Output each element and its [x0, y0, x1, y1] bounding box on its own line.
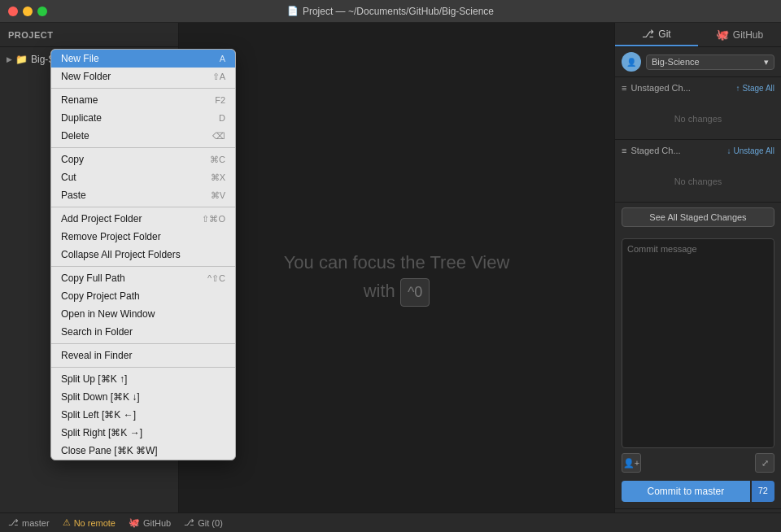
- staged-section: ≡ Staged Ch... ↓ Unstage All No changes: [615, 140, 781, 203]
- unstaged-no-changes: No changes: [615, 98, 781, 139]
- separator-5: [51, 343, 235, 344]
- menu-item-split-left[interactable]: Split Left [⌘K ←]: [51, 406, 235, 424]
- titlebar: 📄 Project — ~/Documents/GitHub/Big-Scien…: [0, 0, 781, 23]
- menu-item-copy-full-path[interactable]: Copy Full Path ^⇧C: [51, 269, 235, 287]
- commit-button-row: Commit to master 72: [622, 481, 774, 502]
- menu-item-paste[interactable]: Paste ⌘V: [51, 186, 235, 204]
- menu-item-reveal-finder[interactable]: Reveal in Finder: [51, 347, 235, 364]
- copy-project-path-label: Copy Project Path: [61, 290, 140, 302]
- window-title: 📄 Project — ~/Documents/GitHub/Big-Scien…: [287, 6, 494, 17]
- menu-item-collapse-all[interactable]: Collapse All Project Folders: [51, 246, 235, 264]
- chevron-icon: ▶: [7, 55, 12, 63]
- cut-label: Cut: [61, 172, 76, 183]
- github-status-icon: 🐙: [129, 517, 140, 528]
- menu-item-rename[interactable]: Rename F2: [51, 91, 235, 109]
- separator-2: [51, 147, 235, 148]
- new-folder-label: New Folder: [61, 71, 111, 82]
- keyboard-shortcut-badge: ^0: [400, 278, 430, 307]
- staged-header: ≡ Staged Ch... ↓ Unstage All: [615, 140, 781, 161]
- tab-github[interactable]: 🐙 GitHub: [698, 23, 781, 46]
- menu-item-split-right[interactable]: Split Right [⌘K →]: [51, 424, 235, 442]
- close-button[interactable]: [8, 7, 18, 16]
- menu-item-cut[interactable]: Cut ⌘X: [51, 168, 235, 186]
- git-tabs: ⎇ Git 🐙 GitHub: [615, 23, 781, 47]
- minimize-button[interactable]: [23, 7, 33, 16]
- tab-git[interactable]: ⎇ Git: [615, 23, 698, 46]
- menu-item-split-up[interactable]: Split Up [⌘K ↑]: [51, 370, 235, 388]
- new-file-label: New File: [61, 53, 99, 64]
- menu-item-new-file[interactable]: New File A: [51, 50, 235, 68]
- open-new-window-label: Open in New Window: [61, 308, 155, 320]
- copy-full-path-label: Copy Full Path: [61, 273, 125, 284]
- expand-commit-button[interactable]: ⤢: [755, 453, 774, 473]
- add-co-author-button[interactable]: 👤+: [622, 453, 641, 473]
- rename-label: Rename: [61, 94, 98, 106]
- status-git[interactable]: ⎇ Git (0): [184, 517, 223, 528]
- commit-message-input[interactable]: [622, 238, 774, 448]
- status-github[interactable]: 🐙 GitHub: [129, 517, 171, 528]
- sidebar-header: Project: [0, 23, 178, 47]
- see-staged-button[interactable]: See All Staged Changes: [622, 207, 774, 227]
- placeholder-text: You can focus the Tree View with ^0: [284, 248, 510, 307]
- duplicate-shortcut: D: [219, 113, 225, 123]
- context-menu: New File A New Folder ⇧A Rename F2 Dupli…: [50, 49, 236, 460]
- separator-3: [51, 207, 235, 207]
- cut-shortcut: ⌘X: [211, 172, 225, 183]
- menu-item-split-down[interactable]: Split Down [⌘K ↓]: [51, 388, 235, 406]
- paste-shortcut: ⌘V: [211, 190, 225, 201]
- avatar: 👤: [622, 52, 641, 72]
- collapse-all-label: Collapse All Project Folders: [61, 249, 181, 260]
- split-right-label: Split Right [⌘K →]: [61, 427, 142, 438]
- menu-item-delete[interactable]: Delete ⌫: [51, 127, 235, 145]
- chevron-down-icon: ▾: [764, 57, 769, 68]
- search-folder-label: Search in Folder: [61, 326, 133, 338]
- rename-shortcut: F2: [215, 95, 225, 105]
- git-status-icon: ⎇: [184, 517, 194, 528]
- new-file-shortcut: A: [220, 54, 225, 63]
- menu-item-copy-project-path[interactable]: Copy Project Path: [51, 287, 235, 305]
- commit-actions: 👤+ ⤢: [622, 453, 774, 473]
- unstage-all-icon: ↓: [726, 146, 731, 155]
- maximize-button[interactable]: [37, 7, 47, 16]
- copy-shortcut: ⌘C: [210, 155, 225, 165]
- document-icon: 📄: [287, 6, 299, 16]
- new-folder-shortcut: ⇧A: [212, 72, 225, 82]
- reveal-finder-label: Reveal in Finder: [61, 350, 132, 361]
- delete-shortcut: ⌫: [212, 131, 225, 142]
- menu-item-search-folder[interactable]: Search in Folder: [51, 323, 235, 341]
- copy-label: Copy: [61, 154, 84, 165]
- branch-selector[interactable]: Big-Science ▾: [646, 55, 774, 70]
- content-area: You can focus the Tree View with ^0: [179, 23, 614, 532]
- copy-full-path-shortcut: ^⇧C: [207, 273, 225, 284]
- close-pane-label: Close Pane [⌘K ⌘W]: [61, 445, 158, 456]
- git-branch-bar: 👤 Big-Science ▾: [615, 47, 781, 77]
- git-icon: ⎇: [642, 28, 654, 40]
- menu-item-add-project-folder[interactable]: Add Project Folder ⇧⌘O: [51, 210, 235, 228]
- commit-count-button[interactable]: 72: [752, 481, 774, 502]
- staged-no-changes: No changes: [615, 161, 781, 202]
- menu-item-new-folder[interactable]: New Folder ⇧A: [51, 68, 235, 85]
- stage-all-button[interactable]: ↑ Stage All: [736, 84, 774, 93]
- traffic-lights: [8, 7, 47, 16]
- duplicate-label: Duplicate: [61, 112, 102, 124]
- unstage-all-button[interactable]: ↓ Unstage All: [726, 146, 774, 155]
- menu-item-duplicate[interactable]: Duplicate D: [51, 109, 235, 127]
- menu-item-close-pane[interactable]: Close Pane [⌘K ⌘W]: [51, 442, 235, 460]
- menu-item-copy[interactable]: Copy ⌘C: [51, 150, 235, 168]
- branch-icon: ⎇: [8, 517, 19, 528]
- split-left-label: Split Left [⌘K ←]: [61, 409, 136, 421]
- unstaged-icon: ≡: [622, 83, 626, 93]
- unstaged-section: ≡ Unstaged Ch... ↑ Stage All No changes: [615, 77, 781, 140]
- person-icon: 👤+: [623, 458, 639, 469]
- status-remote[interactable]: ⚠ No remote: [63, 517, 116, 528]
- unstaged-header: ≡ Unstaged Ch... ↑ Stage All: [615, 77, 781, 98]
- folder-icon: 📁: [15, 54, 28, 65]
- expand-icon: ⤢: [761, 458, 769, 469]
- delete-label: Delete: [61, 130, 89, 142]
- stage-all-icon: ↑: [736, 84, 740, 93]
- separator-6: [51, 367, 235, 368]
- menu-item-open-new-window[interactable]: Open in New Window: [51, 305, 235, 323]
- status-branch[interactable]: ⎇ master: [8, 517, 50, 528]
- menu-item-remove-project-folder[interactable]: Remove Project Folder: [51, 228, 235, 246]
- commit-to-master-button[interactable]: Commit to master: [622, 481, 750, 502]
